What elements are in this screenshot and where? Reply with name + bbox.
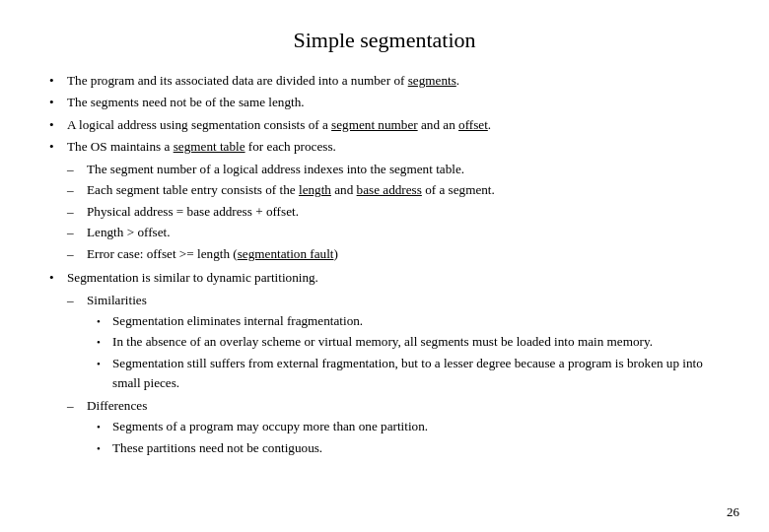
dash-icon: – bbox=[67, 160, 87, 179]
sub-text: Similarities • Segmentation eliminates i… bbox=[87, 291, 720, 395]
underline-segments: segments bbox=[408, 73, 456, 88]
list-item: • A logical address using segmentation c… bbox=[49, 115, 720, 135]
sub-text: The segment number of a logical address … bbox=[87, 160, 464, 179]
list-item: • The program and its associated data ar… bbox=[49, 71, 720, 91]
dash-icon: – bbox=[67, 244, 87, 264]
bullet-icon: • bbox=[49, 115, 67, 135]
list-item: • Segments of a program may occupy more … bbox=[97, 417, 428, 436]
underline-offset: offset bbox=[458, 117, 488, 132]
sub-text: Differences • Segments of a program may … bbox=[87, 396, 428, 459]
slide: Simple segmentation • The program and it… bbox=[0, 0, 769, 532]
dash-icon: – bbox=[67, 180, 87, 200]
main-bullet-list: • The program and its associated data ar… bbox=[49, 71, 720, 461]
sub-sub-text: In the absence of an overlay scheme or v… bbox=[112, 332, 653, 352]
slide-content: • The program and its associated data ar… bbox=[49, 71, 720, 461]
list-item: • Segmentation eliminates internal fragm… bbox=[97, 311, 720, 331]
underline-length: length bbox=[299, 182, 331, 197]
sub-sub-text: These partitions need not be contiguous. bbox=[112, 438, 322, 458]
list-item: – Length > offset. bbox=[67, 223, 720, 242]
slide-title: Simple segmentation bbox=[49, 28, 720, 53]
list-item: – Error case: offset >= length (segmenta… bbox=[67, 244, 720, 264]
list-item: – Differences • Segments of a program ma… bbox=[67, 396, 720, 459]
bullet-text-2: The segments need not be of the same len… bbox=[67, 93, 720, 112]
bullet-text-1: The program and its associated data are … bbox=[67, 71, 720, 91]
list-item: – The segment number of a logical addres… bbox=[67, 160, 720, 179]
sub-sub-list-similarities: • Segmentation eliminates internal fragm… bbox=[97, 311, 720, 394]
sub-sub-text: Segmentation still suffers from external… bbox=[112, 354, 720, 394]
sub-text: Physical address = base address + offset… bbox=[87, 202, 299, 222]
sub-bullet-icon: • bbox=[97, 438, 112, 457]
list-item: – Physical address = base address + offs… bbox=[67, 202, 720, 222]
list-item: – Similarities • Segmentation eliminates… bbox=[67, 291, 720, 395]
sub-list-4: – The segment number of a logical addres… bbox=[67, 160, 720, 264]
sub-text: Each segment table entry consists of the… bbox=[87, 180, 495, 200]
list-item: • These partitions need not be contiguou… bbox=[97, 438, 428, 458]
sub-bullet-icon: • bbox=[97, 332, 112, 351]
bullet-icon: • bbox=[49, 137, 67, 157]
bullet-text-3: A logical address using segmentation con… bbox=[67, 115, 720, 135]
bullet-icon: • bbox=[49, 71, 67, 91]
list-item: – Each segment table entry consists of t… bbox=[67, 180, 720, 200]
sub-sub-list-differences: • Segments of a program may occupy more … bbox=[97, 417, 428, 458]
dash-icon: – bbox=[67, 202, 87, 222]
sub-sub-text: Segments of a program may occupy more th… bbox=[112, 417, 428, 436]
dash-icon: – bbox=[67, 396, 87, 416]
sub-list-5: – Similarities • Segmentation eliminates… bbox=[67, 291, 720, 460]
underline-segment-table: segment table bbox=[174, 139, 245, 154]
bullet-icon: • bbox=[49, 268, 67, 288]
bullet-icon: • bbox=[49, 93, 67, 112]
bullet-text-4: The OS maintains a segment table for eac… bbox=[67, 137, 720, 266]
underline-base-address: base address bbox=[357, 182, 422, 197]
bullet-text-5: Segmentation is similar to dynamic parti… bbox=[67, 268, 720, 461]
sub-bullet-icon: • bbox=[97, 354, 112, 372]
sub-bullet-icon: • bbox=[97, 417, 112, 435]
dash-icon: – bbox=[67, 291, 87, 310]
dash-icon: – bbox=[67, 223, 87, 242]
sub-text: Length > offset. bbox=[87, 223, 170, 242]
list-item: • The segments need not be of the same l… bbox=[49, 93, 720, 112]
page-number: 26 bbox=[727, 504, 739, 520]
sub-sub-text: Segmentation eliminates internal fragmen… bbox=[112, 311, 363, 331]
list-item: • The OS maintains a segment table for e… bbox=[49, 137, 720, 266]
list-item: • Segmentation still suffers from extern… bbox=[97, 354, 720, 394]
sub-bullet-icon: • bbox=[97, 311, 112, 330]
underline-segment-number: segment number bbox=[331, 117, 418, 132]
underline-segfault: segmentation fault bbox=[238, 246, 334, 261]
sub-text: Error case: offset >= length (segmentati… bbox=[87, 244, 338, 264]
list-item: • Segmentation is similar to dynamic par… bbox=[49, 268, 720, 461]
list-item: • In the absence of an overlay scheme or… bbox=[97, 332, 720, 352]
